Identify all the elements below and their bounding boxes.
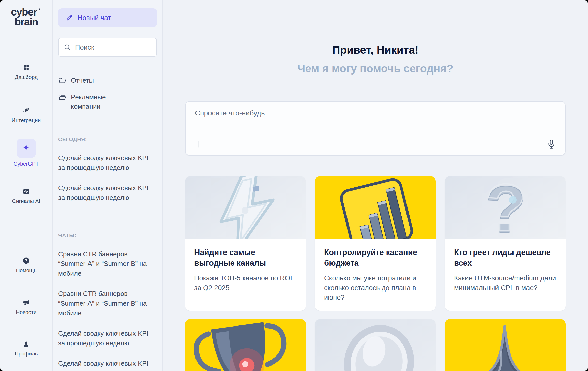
attach-button[interactable] (193, 139, 204, 150)
brand-logo: cyber brain (0, 7, 52, 27)
prompt-input[interactable]: Спросите что-нибудь... (185, 101, 566, 156)
suggestion-card-channels[interactable]: Найдите самые выгодные каналы Покажи ТОП… (185, 176, 306, 311)
brand-spark-icon (37, 7, 41, 12)
plug-icon (22, 107, 30, 114)
search-icon (64, 44, 71, 51)
card-image-lightning-bolt (185, 176, 306, 239)
cybergpt-tile (17, 139, 36, 158)
card-image-bar-chart-cube (315, 176, 436, 239)
folder-label: Отчеты (71, 76, 94, 85)
suggestion-card-budget[interactable]: Контролируйте касание бюджета Сколько мы… (315, 176, 436, 311)
suggestion-card-partial[interactable] (185, 319, 306, 371)
sidebar-item-label: Дашборд (15, 74, 38, 80)
sidebar-item-label: Сигналы AI (12, 198, 40, 204)
section-label-chats: ЧАТЫ: (58, 232, 157, 239)
chat-history-item[interactable]: Сравни CTR баннеров “Summer-A” и “Summer… (58, 249, 157, 278)
sidebar-item-label: Помощь (16, 267, 36, 273)
suggestion-card-partial[interactable] (445, 319, 566, 371)
sidebar-item-dashboard[interactable]: Дашборд (0, 64, 52, 80)
sidebar-item-cybergpt[interactable]: CyberGPT (0, 139, 52, 167)
card-title: Кто греет лиды дешевле всех (454, 247, 556, 269)
folder-list: Отчеты Рекламные компании (58, 76, 157, 111)
nav-rail: cyber brain Дашборд Интеграции CyberGPT … (0, 0, 53, 371)
text-cursor (194, 109, 194, 117)
greeting-title: Привет, Никита! (185, 44, 566, 56)
sidebar-item-help[interactable]: ? Помощь (0, 257, 52, 273)
card-image-question-mark: ? ? (445, 176, 566, 239)
chat-history-item[interactable]: Сделай сводку ключевых KPI за прошедшую … (58, 183, 157, 202)
card-image-magnifying-glass (315, 319, 436, 371)
dashboard-icon (22, 64, 30, 71)
suggestion-card-partial[interactable] (315, 319, 436, 371)
sidebar-item-news[interactable]: Новости (0, 299, 52, 315)
card-image-sparkle-star (445, 319, 566, 371)
svg-text:?: ? (486, 176, 526, 239)
sidebar-item-label: Интеграции (12, 117, 41, 123)
card-text: Сколько мы уже потратили и сколько остал… (324, 273, 427, 302)
card-text: Покажи ТОП-5 каналов по ROI за Q2 2025 (194, 273, 297, 293)
sidebar-item-label: CyberGPT (13, 161, 39, 167)
new-chat-label: Новый чат (78, 14, 111, 22)
prompt-placeholder: Спросите что-нибудь... (195, 109, 271, 117)
search-box (58, 38, 157, 57)
card-title: Найдите самые выгодные каналы (194, 247, 297, 269)
brand-line1: cyber (0, 7, 52, 17)
card-text: Какие UTM-source/medium дали минимальный… (454, 273, 556, 293)
folder-icon (58, 93, 66, 101)
chat-sidebar: Новый чат Отчеты Рекламные компании СЕГО… (53, 0, 163, 371)
suggestion-card-leads[interactable]: ? ? Кто греет лиды дешевле всех Какие UT… (445, 176, 566, 311)
chat-history-item[interactable]: Сравни CTR баннеров “Summer-A” и “Summer… (58, 289, 157, 318)
search-input[interactable] (75, 43, 151, 51)
sidebar-item-label: Новости (16, 309, 36, 315)
app-window: cyber brain Дашборд Интеграции CyberGPT … (0, 0, 588, 371)
folder-icon (58, 77, 66, 84)
section-label-today: СЕГОДНЯ: (58, 136, 157, 142)
question-circle-icon: ? (22, 257, 30, 264)
person-icon (22, 340, 30, 348)
chat-history-item[interactable]: Сделай сводку ключевых KPI за прошедшую … (58, 153, 157, 172)
brand-line2: brain (0, 17, 52, 27)
pencil-icon (66, 14, 73, 21)
greeting-subtitle: Чем я могу помочь сегодня? (185, 62, 566, 75)
folder-item-reports[interactable]: Отчеты (58, 76, 157, 85)
folder-label: Рекламные компании (71, 93, 132, 111)
card-title: Контролируйте касание бюджета (324, 247, 427, 269)
svg-text:?: ? (25, 258, 27, 263)
sidebar-item-signals-ai[interactable]: Сигналы AI (0, 188, 52, 204)
chat-history-item[interactable]: Сделай сводку ключевых KPI за прошедшую … (58, 329, 157, 348)
card-image-trophy (185, 319, 306, 371)
microphone-icon (547, 139, 556, 150)
suggestion-cards-grid: Найдите самые выгодные каналы Покажи ТОП… (185, 176, 566, 371)
plus-icon (194, 139, 204, 149)
voice-input-button[interactable] (546, 138, 557, 151)
chat-history-item[interactable]: Сделай сводку ключевых KPI за прошедшую … (58, 359, 157, 371)
folder-item-ad-campaigns[interactable]: Рекламные компании (58, 93, 157, 111)
sidebar-item-label: Профиль (15, 351, 38, 357)
main-area: Привет, Никита! Чем я могу помочь сегодн… (163, 0, 588, 371)
sidebar-item-integrations[interactable]: Интеграции (0, 107, 52, 123)
sidebar-item-profile[interactable]: Профиль (0, 340, 52, 357)
signal-pulse-icon (22, 188, 30, 195)
sparkle-icon (21, 143, 31, 153)
new-chat-button[interactable]: Новый чат (58, 8, 157, 27)
megaphone-icon (22, 299, 30, 306)
